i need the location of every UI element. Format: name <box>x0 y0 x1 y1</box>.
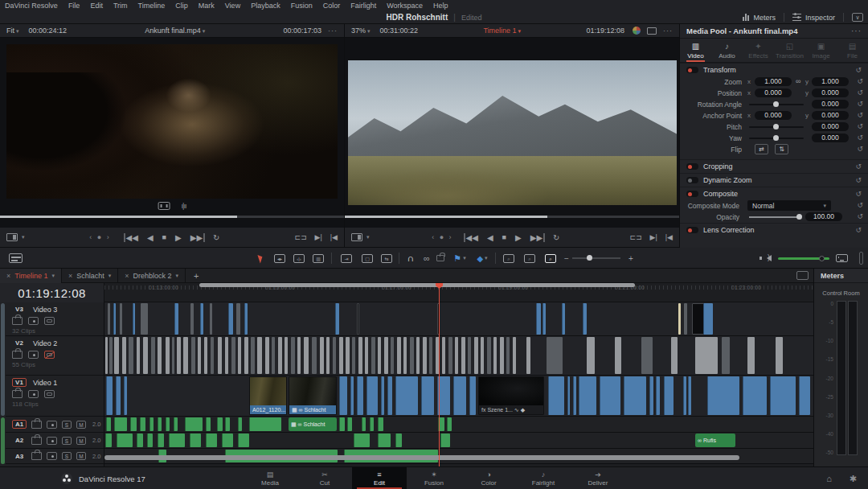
timeline-clip[interactable] <box>147 434 153 447</box>
timeline-clip[interactable] <box>381 376 384 415</box>
match-frame-icon[interactable]: ▶| <box>649 233 657 241</box>
goto-in-icon[interactable]: |◀ <box>330 233 338 241</box>
timeline-clip[interactable] <box>547 337 563 374</box>
timeline-clip[interactable] <box>238 417 242 431</box>
menu-item-playback[interactable]: Playback <box>251 2 280 10</box>
timeline-clip[interactable] <box>143 337 148 374</box>
timeline-clip[interactable] <box>624 376 646 415</box>
menu-item-mark[interactable]: Mark <box>199 2 215 10</box>
menu-item-fusion[interactable]: Fusion <box>291 2 313 10</box>
timeline-clip[interactable] <box>447 417 452 431</box>
timeline-clip[interactable] <box>198 337 201 374</box>
track-badge-a3[interactable]: A3 <box>12 452 27 461</box>
section-toggle[interactable] <box>686 191 698 197</box>
timeline-clip[interactable] <box>210 303 212 335</box>
y-value-field[interactable]: 0.000 <box>812 111 849 120</box>
timeline-clip[interactable] <box>542 303 546 335</box>
track-header-v2[interactable]: V2Video 255 Clips <box>6 336 104 376</box>
timeline-clip[interactable] <box>304 337 309 374</box>
timeline-clip[interactable] <box>231 337 235 374</box>
menu-item-timeline[interactable]: Timeline <box>138 2 166 10</box>
page-tab-deliver[interactable]: ➔Deliver <box>571 467 625 489</box>
timeline-clip[interactable] <box>429 337 432 374</box>
page-tab-edit[interactable]: ≡Edit <box>352 467 407 489</box>
page-tab-fairlight[interactable]: ♪Fairlight <box>516 467 571 489</box>
slider-thumb[interactable] <box>773 101 779 107</box>
timeline-clip[interactable] <box>448 337 452 374</box>
timeline-clip[interactable] <box>285 337 288 374</box>
viewer-mode-icon[interactable] <box>6 233 18 241</box>
solo-button[interactable]: S <box>62 452 72 460</box>
row-reset-icon[interactable]: ↺ <box>857 100 863 108</box>
timeline-clip[interactable] <box>358 337 362 374</box>
row-reset-icon[interactable]: ↺ <box>857 201 863 209</box>
inspector-tab-image[interactable]: ▣Image <box>805 39 837 62</box>
timeline-clip-rufis[interactable]: ∞ Rufis <box>695 434 735 447</box>
timeline-clip[interactable] <box>678 303 681 335</box>
timeline-clip[interactable] <box>106 376 113 415</box>
lock-icon[interactable] <box>12 317 23 325</box>
row-reset-icon[interactable]: ↺ <box>857 134 863 142</box>
menu-item-view[interactable]: View <box>225 2 240 10</box>
dynamic-trim-mode-tool[interactable]: ‹|› <box>291 248 307 269</box>
timeline-clip[interactable] <box>137 337 140 374</box>
opacity-value-field[interactable]: 100.00 <box>805 212 842 221</box>
insert-clip-button[interactable]: ⇥ <box>338 248 355 269</box>
reset-icon[interactable]: ↺ <box>855 162 862 171</box>
reset-icon[interactable]: ↺ <box>855 176 862 184</box>
inspector-tab-file[interactable]: ▤File <box>837 39 868 62</box>
inspector-button[interactable]: Inspector <box>792 14 835 22</box>
menu-item-file[interactable]: File <box>68 2 80 10</box>
timeline-clip[interactable] <box>113 303 116 335</box>
timeline-clip[interactable] <box>265 337 269 374</box>
track-header-a3[interactable]: A3SM2.0 <box>6 449 104 464</box>
timeline-clip[interactable] <box>238 434 249 447</box>
timeline-clip[interactable] <box>371 337 375 374</box>
timeline-clip[interactable] <box>513 337 516 374</box>
timeline-clip[interactable] <box>506 337 510 374</box>
timeline-clip[interactable] <box>320 337 324 374</box>
timeline-clip[interactable] <box>272 337 275 374</box>
mute-button[interactable]: M <box>76 452 86 460</box>
timeline-zoom-dropdown[interactable]: 37%▾ <box>351 27 371 35</box>
timeline-clip[interactable] <box>190 303 194 335</box>
section-cropping[interactable]: Cropping↺ <box>680 159 868 173</box>
y-value-field[interactable]: 0.000 <box>812 88 849 97</box>
timeline-clip[interactable] <box>251 337 255 374</box>
timeline-clip[interactable] <box>116 376 121 415</box>
timeline-clip[interactable] <box>206 417 211 431</box>
play-button[interactable]: ▶ <box>515 233 522 242</box>
timeline-clip[interactable] <box>225 417 230 431</box>
link-icon[interactable]: ∞ <box>796 77 800 85</box>
stop-button[interactable]: ■ <box>502 233 506 241</box>
close-icon[interactable]: × <box>6 272 10 280</box>
timeline-clip[interactable] <box>548 376 564 415</box>
track-badge-v1[interactable]: V1 <box>12 378 27 387</box>
lock-icon[interactable] <box>31 452 42 460</box>
timeline-clip[interactable] <box>474 337 478 374</box>
jog-control[interactable]: ‹ ● › <box>432 233 452 241</box>
timeline-horizontal-scrollbar[interactable] <box>104 455 739 460</box>
timeline-clip[interactable] <box>218 337 222 374</box>
replace-clip-button[interactable]: ⇆ <box>378 248 395 269</box>
track-header-a1[interactable]: A1SM2.0 <box>6 417 104 433</box>
timeline-clip[interactable] <box>481 337 484 374</box>
timeline-clip[interactable] <box>421 376 434 415</box>
timeline-clip[interactable] <box>391 337 394 374</box>
timeline-clip[interactable] <box>158 417 162 431</box>
timeline-video-frame[interactable] <box>348 60 677 205</box>
last-frame-button[interactable]: ▶▶ <box>530 233 544 242</box>
timeline-view-options-icon[interactable] <box>6 248 24 269</box>
flag-button[interactable]: ⚑▾ <box>450 248 469 269</box>
timeline-clip[interactable] <box>141 303 148 335</box>
timeline-clip[interactable] <box>562 303 565 335</box>
slider-track[interactable] <box>749 126 804 128</box>
menu-item-davinci-resolve[interactable]: DaVinci Resolve <box>5 2 58 10</box>
timeline-clip[interactable] <box>410 337 414 374</box>
track-header-v1[interactable]: V1Video 1118 Clips <box>6 376 104 417</box>
timeline-tab-timeline-1[interactable]: ×Timeline 1▾ <box>0 269 62 283</box>
timeline-clip[interactable] <box>357 376 363 415</box>
timeline-clip[interactable] <box>204 337 207 374</box>
in-out-range-icon[interactable]: ⊏⊐ <box>629 233 641 241</box>
timeline-clip[interactable] <box>257 337 262 374</box>
